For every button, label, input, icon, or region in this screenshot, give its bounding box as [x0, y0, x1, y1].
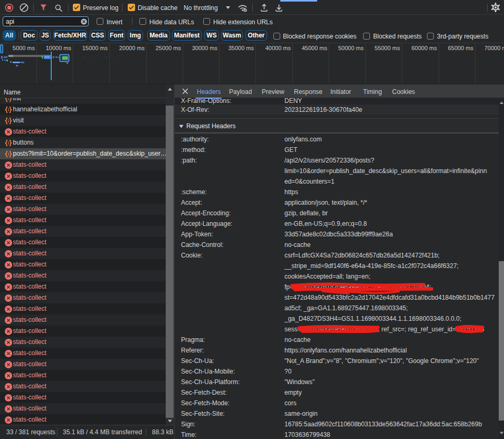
svg-text:20000 ms: 20000 ms [119, 45, 145, 51]
svg-text:70000 ms: 70000 ms [484, 45, 504, 51]
svg-text:10000 ms: 10000 ms [46, 45, 72, 51]
svg-text:35000 ms: 35000 ms [229, 45, 254, 51]
svg-text:60000 ms: 60000 ms [412, 45, 438, 51]
svg-text:15000 ms: 15000 ms [82, 45, 108, 51]
svg-text:40000 ms: 40000 ms [265, 45, 291, 51]
svg-text:5000 ms: 5000 ms [13, 45, 35, 51]
svg-text:55000 ms: 55000 ms [375, 45, 401, 51]
svg-text:25000 ms: 25000 ms [156, 45, 182, 51]
svg-text:30000 ms: 30000 ms [192, 45, 218, 51]
svg-text:45000 ms: 45000 ms [302, 45, 328, 51]
svg-text:65000 ms: 65000 ms [448, 45, 474, 51]
svg-text:50000 ms: 50000 ms [338, 45, 364, 51]
